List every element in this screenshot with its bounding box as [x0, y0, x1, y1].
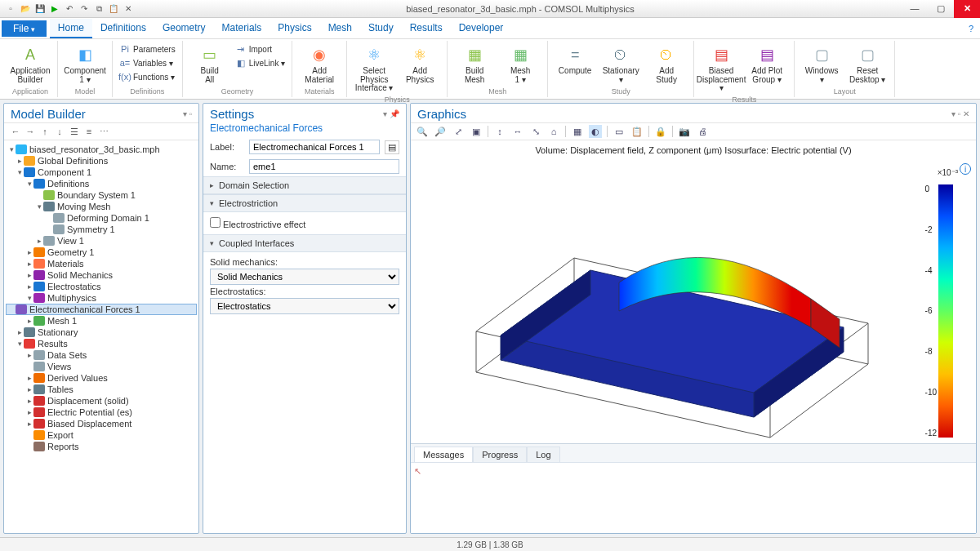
up-icon[interactable]: ↑	[38, 125, 51, 138]
bottom-tab-progress[interactable]: Progress	[473, 447, 527, 462]
snapshot-icon[interactable]: 📷	[678, 125, 691, 138]
plot-area[interactable]: i	[411, 160, 976, 443]
tree-item-multiphysics[interactable]: ▾Multiphysics	[6, 292, 197, 304]
tree-item-tables[interactable]: ▸Tables	[6, 384, 197, 395]
ribbon-btn-add[interactable]: ◉AddMaterial	[297, 42, 341, 86]
tree-item-moving-mesh[interactable]: ▾Moving Mesh	[6, 201, 197, 212]
back-icon[interactable]: ←	[9, 125, 22, 138]
tree-item-definitions[interactable]: ▾Definitions	[6, 178, 197, 189]
delete-icon[interactable]: ✕	[122, 3, 134, 15]
ribbon-tab-results[interactable]: Results	[402, 19, 451, 38]
clipboard-icon[interactable]: 📋	[630, 125, 644, 138]
tree-item-biased-displacement[interactable]: ▸Biased Displacement	[6, 418, 197, 429]
zoom-box-icon[interactable]: ▣	[470, 125, 483, 138]
fwd-icon[interactable]: →	[24, 125, 37, 138]
grid-icon[interactable]: ▦	[571, 125, 584, 138]
tree-item-derived-values[interactable]: ▸Derived Values	[6, 372, 197, 384]
ribbon-btn-build[interactable]: ▭BuildAll	[188, 42, 232, 86]
print-icon[interactable]: 🖨	[696, 125, 709, 138]
section-electrostriction[interactable]: ▾Electrostriction	[203, 194, 406, 212]
ribbon-tab-home[interactable]: Home	[50, 19, 92, 38]
ribbon-tab-study[interactable]: Study	[360, 19, 402, 38]
copy-icon[interactable]: ⧉	[93, 3, 105, 15]
zoom-extents-icon[interactable]: ⤢	[452, 125, 465, 138]
close-button[interactable]: ✕	[954, 0, 980, 18]
info-icon[interactable]: i	[960, 163, 971, 175]
tree-item-solid-mechanics[interactable]: ▸Solid Mechanics	[6, 269, 197, 281]
section-coupled-interfaces[interactable]: ▾Coupled Interfaces	[203, 234, 406, 252]
zoom-in-icon[interactable]: 🔍	[416, 125, 429, 138]
panel-menu-icon[interactable]: ▾ ▫	[183, 109, 192, 118]
xz-view-icon[interactable]: ⤡	[529, 125, 542, 138]
ribbon-btn-reset[interactable]: ▢ResetDesktop ▾	[845, 42, 889, 86]
ribbon-btn-variables-[interactable]: a=Variables ▾	[118, 56, 177, 69]
minimize-button[interactable]: —	[902, 0, 928, 18]
more-icon[interactable]: ⋯	[97, 125, 110, 138]
panel-pin-icon[interactable]: ▾ 📌	[383, 109, 399, 118]
save-icon[interactable]: 💾	[34, 3, 46, 15]
ribbon-btn-component[interactable]: ◧Component1 ▾	[63, 42, 107, 86]
ribbon-btn-add[interactable]: ⏲AddStudy	[644, 42, 688, 86]
undo-icon[interactable]: ↶	[64, 3, 75, 15]
expand-icon[interactable]: ☰	[68, 125, 81, 138]
tree-item-stationary[interactable]: ▸Stationary	[6, 327, 197, 338]
tree-item-views[interactable]: Views	[6, 361, 197, 372]
tree-item-export[interactable]: Export	[6, 429, 197, 441]
ribbon-btn-compute[interactable]: =Compute	[553, 42, 597, 78]
tree-item-reports[interactable]: Reports	[6, 441, 197, 452]
tree-item-electromechanical-forces-1[interactable]: Electromechanical Forces 1	[6, 304, 197, 315]
ribbon-btn-mesh[interactable]: ▦Mesh1 ▾	[498, 42, 542, 86]
electrostatics-select[interactable]: Electrostatics	[210, 298, 399, 314]
ribbon-tab-mesh[interactable]: Mesh	[320, 19, 360, 38]
xy-view-icon[interactable]: ↕	[493, 125, 506, 138]
ribbon-btn-livelink-[interactable]: ◧LiveLink ▾	[234, 56, 287, 69]
model-tree[interactable]: ▾ biased_resonator_3d_basic.mph ▸Global …	[4, 140, 198, 533]
tree-item-geometry-1[interactable]: ▸Geometry 1	[6, 247, 197, 258]
ribbon-btn-import[interactable]: ⇥Import	[234, 42, 287, 56]
file-menu[interactable]: File	[2, 20, 47, 37]
zoom-out-icon[interactable]: 🔎	[434, 125, 447, 138]
electrostrictive-checkbox-row[interactable]: Electrostrictive effect	[210, 217, 399, 229]
ribbon-tab-developer[interactable]: Developer	[451, 19, 512, 38]
collapse-icon[interactable]: ≡	[82, 125, 96, 138]
tree-item-boundary-system-1[interactable]: Boundary System 1	[6, 189, 197, 201]
bottom-tab-log[interactable]: Log	[527, 447, 559, 462]
tree-item-component-1[interactable]: ▾Component 1	[6, 167, 197, 178]
tree-item-materials[interactable]: ▸Materials	[6, 258, 197, 269]
label-input[interactable]	[249, 140, 380, 154]
redo-icon[interactable]: ↷	[78, 3, 90, 15]
ribbon-btn-application[interactable]: AApplicationBuilder	[8, 42, 52, 86]
open-icon[interactable]: 📂	[20, 3, 31, 15]
ribbon-btn-biased[interactable]: ▤BiasedDisplacement ▾	[699, 42, 743, 95]
tree-item-view-1[interactable]: ▸View 1	[6, 235, 197, 247]
paste-icon[interactable]: 📋	[108, 3, 119, 15]
tree-item-electrostatics[interactable]: ▸Electrostatics	[6, 281, 197, 292]
ribbon-btn-build[interactable]: ▦BuildMesh	[452, 42, 497, 86]
tree-item-data-sets[interactable]: ▸Data Sets	[6, 349, 197, 361]
lock-icon[interactable]: 🔒	[654, 125, 667, 138]
tree-item-electric-potential-es-[interactable]: ▸Electric Potential (es)	[6, 407, 197, 418]
tree-item-symmetry-1[interactable]: Symmetry 1	[6, 224, 197, 235]
tree-item-deforming-domain-1[interactable]: Deforming Domain 1	[6, 212, 197, 224]
tree-item-displacement-solid-[interactable]: ▸Displacement (solid)	[6, 395, 197, 407]
default-view-icon[interactable]: ⌂	[547, 125, 560, 138]
solid-mechanics-select[interactable]: Solid Mechanics	[210, 269, 399, 285]
ribbon-btn-parameters[interactable]: PiParameters	[118, 42, 177, 56]
yz-view-icon[interactable]: ↔	[511, 125, 524, 138]
tree-root[interactable]: ▾ biased_resonator_3d_basic.mph	[6, 144, 197, 155]
bottom-tab-messages[interactable]: Messages	[414, 447, 473, 462]
tree-item-global-definitions[interactable]: ▸Global Definitions	[6, 155, 197, 167]
ribbon-btn-windows[interactable]: ▢Windows▾	[800, 42, 844, 86]
ribbon-tab-physics[interactable]: Physics	[270, 19, 319, 38]
ribbon-tab-definitions[interactable]: Definitions	[92, 19, 154, 38]
name-input[interactable]	[249, 159, 399, 174]
ribbon-btn-add[interactable]: ⚛AddPhysics	[398, 42, 442, 86]
down-icon[interactable]: ↓	[53, 125, 66, 138]
section-domain-selection[interactable]: ▸Domain Selection	[203, 176, 406, 194]
panel-menu-icon[interactable]: ▾ ▫ ✕	[951, 109, 969, 118]
ribbon-tab-materials[interactable]: Materials	[214, 19, 270, 38]
tree-item-results[interactable]: ▾Results	[6, 338, 197, 349]
ribbon-btn-functions-[interactable]: f(x)Functions ▾	[118, 70, 177, 83]
goto-icon[interactable]: ▤	[385, 140, 399, 154]
ribbon-tab-geometry[interactable]: Geometry	[154, 19, 214, 38]
